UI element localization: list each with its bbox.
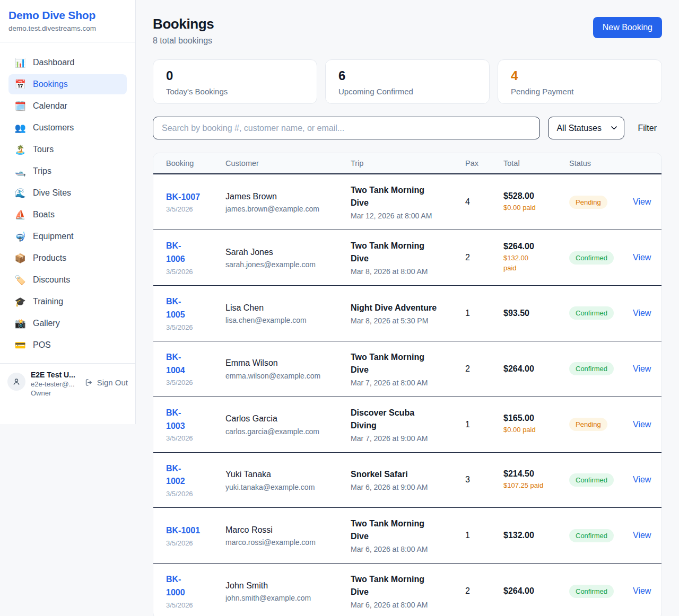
sidebar-item-label: Calendar xyxy=(33,101,67,111)
status-badge: Confirmed xyxy=(569,306,614,320)
total-cell: $264.00 xyxy=(503,364,569,374)
view-link[interactable]: View xyxy=(633,420,651,429)
paid-amount: $132.00 paid xyxy=(503,253,569,274)
sidebar-item-bookings[interactable]: 📅 Bookings xyxy=(8,74,127,94)
customer-email: james.brown@example.com xyxy=(225,205,351,213)
credit-card-icon: 💳 xyxy=(14,340,26,351)
table-row: BK- 1004 3/5/2026 Emma Wilson emma.wilso… xyxy=(153,341,661,397)
trip-datetime: Mar 7, 2026 at 8:00 AM xyxy=(351,379,465,387)
tag-icon: 🏷️ xyxy=(14,275,26,286)
booking-cell: BK- 1003 3/5/2026 xyxy=(166,407,225,443)
pax-count: 1 xyxy=(465,420,503,429)
sidebar-item-label: Products xyxy=(33,253,66,263)
total-amount: $264.00 xyxy=(503,586,569,596)
trip-datetime: Mar 7, 2026 at 9:00 AM xyxy=(351,434,465,443)
sidebar-item-customers[interactable]: 👥 Customers xyxy=(8,118,127,138)
status-badge: Confirmed xyxy=(569,529,614,542)
motorboat-icon: 🛥️ xyxy=(14,166,26,177)
status-cell: Confirmed xyxy=(569,362,633,375)
stat-value: 6 xyxy=(338,68,476,83)
trip-datetime: Mar 6, 2026 at 9:00 AM xyxy=(351,483,465,491)
col-header-booking: Booking xyxy=(166,159,225,168)
sidebar-item-tours[interactable]: 🏝️ Tours xyxy=(8,139,127,160)
customer-name: Yuki Tanaka xyxy=(225,469,351,480)
booking-number-link[interactable]: BK- 1003 xyxy=(166,407,225,433)
view-link[interactable]: View xyxy=(633,197,651,207)
customer-email: yuki.tanaka@example.com xyxy=(225,483,351,491)
customer-email: emma.wilson@example.com xyxy=(225,372,351,380)
col-header-status: Status xyxy=(569,159,633,168)
customer-email: john.smith@example.com xyxy=(225,594,351,602)
table-row: BK- 1000 3/5/2026 John Smith john.smith@… xyxy=(153,564,661,616)
customer-cell: Sarah Jones sarah.jones@example.com xyxy=(225,247,351,269)
sidebar-item-equipment[interactable]: 🤿 Equipment xyxy=(8,226,127,247)
booking-number-link[interactable]: BK- 1004 xyxy=(166,351,225,377)
table-header-row: Booking Customer Trip Pax Total Status xyxy=(153,153,661,174)
filter-button[interactable]: Filter xyxy=(632,124,662,133)
trip-name: Two Tank Morning Dive xyxy=(351,573,465,599)
wave-icon: 🌊 xyxy=(14,188,26,199)
user-email: e2e-tester@... xyxy=(31,380,75,388)
col-header-total: Total xyxy=(503,159,569,168)
booking-number-link[interactable]: BK-1001 xyxy=(166,524,225,538)
trip-datetime: Mar 8, 2026 at 8:00 AM xyxy=(351,267,465,276)
sidebar-item-label: Training xyxy=(33,297,63,306)
booking-number-link[interactable]: BK- 1005 xyxy=(166,295,225,322)
sidebar-item-label: Discounts xyxy=(33,275,70,285)
sidebar-item-dive-sites[interactable]: 🌊 Dive Sites xyxy=(8,183,127,203)
sidebar-item-discounts[interactable]: 🏷️ Discounts xyxy=(8,270,127,290)
booking-number-link[interactable]: BK- 1000 xyxy=(166,573,225,600)
sidebar-item-training[interactable]: 🎓 Training xyxy=(8,292,127,312)
view-link[interactable]: View xyxy=(633,475,651,485)
graduation-cap-icon: 🎓 xyxy=(14,296,26,307)
logout-icon xyxy=(84,378,93,387)
sign-out-button[interactable]: Sign Out xyxy=(84,378,128,387)
view-link[interactable]: View xyxy=(633,364,651,374)
customer-name: Sarah Jones xyxy=(225,247,351,258)
booking-number-link[interactable]: BK-1007 xyxy=(166,191,225,204)
new-booking-button[interactable]: New Booking xyxy=(593,17,662,38)
trip-cell: Two Tank Morning Dive Mar 8, 2026 at 8:0… xyxy=(351,240,465,276)
status-cell: Confirmed xyxy=(569,529,633,542)
status-badge: Pending xyxy=(569,418,607,431)
bar-chart-icon: 📊 xyxy=(14,57,26,68)
person-icon xyxy=(12,377,21,386)
trip-name: Two Tank Morning Dive xyxy=(351,184,465,209)
island-icon: 🏝️ xyxy=(14,144,26,155)
pax-count: 2 xyxy=(465,364,503,374)
sidebar-item-products[interactable]: 📦 Products xyxy=(8,248,127,268)
sidebar-item-label: Gallery xyxy=(33,319,60,328)
trip-cell: Two Tank Morning Dive Mar 12, 2026 at 8:… xyxy=(351,184,465,220)
status-filter-select[interactable]: All Statuses xyxy=(548,117,624,139)
people-icon: 👥 xyxy=(14,122,26,134)
customer-cell: James Brown james.brown@example.com xyxy=(225,191,351,213)
trip-datetime: Mar 6, 2026 at 8:00 AM xyxy=(351,545,465,553)
search-input[interactable] xyxy=(153,117,540,139)
sidebar-item-boats[interactable]: ⛵ Boats xyxy=(8,205,127,225)
sidebar-item-calendar[interactable]: 🗓️ Calendar xyxy=(8,96,127,116)
pax-count: 2 xyxy=(465,586,503,596)
sidebar-item-dashboard[interactable]: 📊 Dashboard xyxy=(8,52,127,73)
booking-number-link[interactable]: BK- 1002 xyxy=(166,462,225,489)
sidebar-item-trips[interactable]: 🛥️ Trips xyxy=(8,161,127,181)
view-link[interactable]: View xyxy=(633,531,651,540)
status-badge: Confirmed xyxy=(569,585,614,598)
total-amount: $165.00 xyxy=(503,413,569,423)
status-cell: Confirmed xyxy=(569,251,633,265)
view-link[interactable]: View xyxy=(633,309,651,318)
sidebar-item-gallery[interactable]: 📸 Gallery xyxy=(8,313,127,333)
sidebar-item-label: Dashboard xyxy=(33,58,74,67)
total-cell: $93.50 xyxy=(503,309,569,318)
view-link[interactable]: View xyxy=(633,586,651,596)
total-amount: $214.50 xyxy=(503,469,569,479)
sidebar-item-pos[interactable]: 💳 POS xyxy=(8,335,127,355)
total-cell: $132.00 xyxy=(503,531,569,540)
customer-cell: Emma Wilson emma.wilson@example.com xyxy=(225,357,351,380)
booking-date: 3/5/2026 xyxy=(166,205,225,213)
customer-cell: Marco Rossi marco.rossi@example.com xyxy=(225,524,351,547)
total-amount: $264.00 xyxy=(503,364,569,374)
view-link[interactable]: View xyxy=(633,253,651,262)
stat-label: Pending Payment xyxy=(511,87,649,96)
trip-name: Two Tank Morning Dive xyxy=(351,351,465,376)
booking-number-link[interactable]: BK- 1006 xyxy=(166,240,225,266)
